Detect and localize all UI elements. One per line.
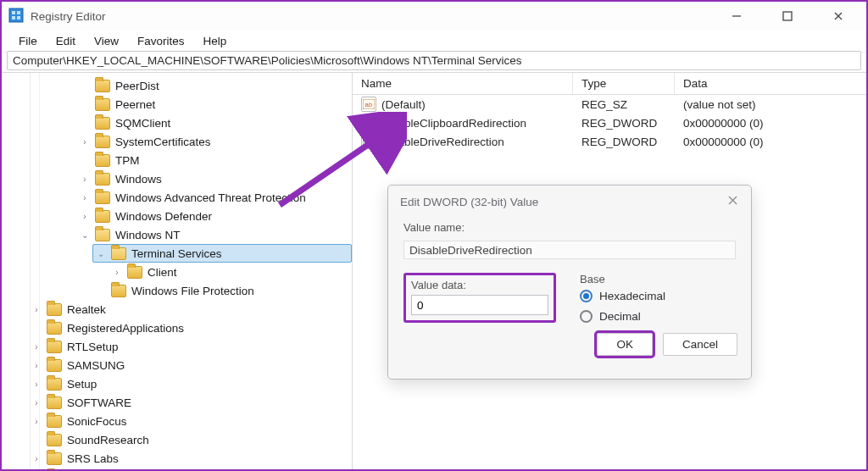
chevron-closed-icon: ›: [31, 416, 42, 426]
radio-off-icon: [580, 310, 593, 323]
tree-node-label: Windows Advanced Threat Protection: [115, 191, 306, 204]
tree-node-label: Realtek: [67, 303, 106, 316]
tree-node-srs-labs[interactable]: ›SRS Labs: [28, 449, 352, 468]
chevron-closed-icon: ›: [31, 341, 42, 352]
svg-text:ab: ab: [365, 101, 373, 108]
tree-node-registeredapplications[interactable]: RegisteredApplications: [28, 319, 352, 337]
tree-node-label: SAMSUNG: [67, 359, 125, 372]
minimize-button[interactable]: [721, 4, 753, 28]
tree-node-windows[interactable]: ›Windows: [76, 169, 352, 188]
chevron-closed-icon: ›: [80, 211, 90, 221]
folder-icon: [95, 154, 110, 167]
folder-icon: [95, 80, 110, 92]
value-type: REG_DWORD: [573, 132, 675, 151]
tree-node-windows-nt[interactable]: ⌄Windows NT: [76, 225, 352, 244]
tree-node-rtlsetup[interactable]: ›RTLSetup: [28, 337, 352, 356]
value-name-field: [403, 241, 736, 259]
value-data-input[interactable]: [411, 295, 548, 315]
folder-icon: [95, 117, 110, 130]
tree-node-peerdist[interactable]: PeerDist: [76, 76, 352, 95]
maximize-button[interactable]: [771, 4, 804, 28]
tree-node-software[interactable]: ›SOFTWARE: [28, 393, 352, 412]
tree-node-label: Peernet: [115, 98, 155, 111]
radio-hexadecimal[interactable]: Hexadecimal: [580, 285, 736, 306]
close-icon[interactable]: [726, 195, 739, 208]
chevron-closed-icon: ›: [80, 174, 90, 184]
tree-node-peernet[interactable]: Peernet: [76, 95, 352, 114]
string-value-icon: ab: [361, 97, 376, 112]
svg-rect-0: [9, 8, 23, 22]
base-label: Base: [580, 273, 605, 285]
tree-node-label: SonicFocus: [67, 415, 127, 428]
tree-node-label: SoundResearch: [67, 434, 149, 446]
folder-icon: [47, 378, 62, 391]
folder-icon: [127, 266, 142, 279]
chevron-closed-icon: ›: [31, 453, 42, 463]
cancel-button[interactable]: Cancel: [663, 333, 737, 356]
address-input[interactable]: [7, 51, 861, 70]
col-type[interactable]: Type: [573, 73, 675, 94]
list-pane[interactable]: Name Type Data ab(Default)REG_SZ(value n…: [353, 73, 866, 469]
value-data: (value not set): [675, 95, 866, 114]
tree-node-windows-file-protection[interactable]: Windows File Protection: [92, 281, 352, 300]
chevron-closed-icon: ›: [80, 136, 90, 147]
app-icon: [8, 8, 24, 25]
tree-node-client[interactable]: ›Client: [108, 263, 352, 281]
ok-button[interactable]: OK: [597, 333, 653, 356]
tree-node-label: RegisteredApplications: [67, 322, 184, 335]
menu-help[interactable]: Help: [195, 31, 236, 51]
folder-icon: [47, 434, 62, 446]
chevron-open-icon: ⌄: [80, 230, 90, 240]
folder-icon: [47, 322, 62, 335]
window-title: Registry Editor: [31, 10, 714, 23]
chevron-closed-icon: ›: [31, 304, 42, 314]
tree-node-windows-advanced-threat-protection[interactable]: ›Windows Advanced Threat Protection: [76, 188, 352, 207]
folder-icon: [95, 210, 110, 223]
value-name-label: Value name:: [403, 221, 736, 234]
folder-icon: [47, 341, 62, 353]
tree-node-tpm[interactable]: TPM: [76, 151, 352, 169]
tree-node-sonicfocus[interactable]: ›SonicFocus: [28, 412, 352, 430]
folder-icon: [95, 173, 110, 186]
tree-node-realtek[interactable]: ›Realtek: [28, 300, 352, 319]
folder-icon: [47, 303, 62, 316]
tree-node-setup[interactable]: ›Setup: [28, 374, 352, 393]
tree-node-label: TPM: [115, 154, 140, 167]
folder-icon: [95, 191, 110, 204]
value-row[interactable]: 011110DisableClipboardRedirectionREG_DWO…: [353, 114, 866, 132]
value-row[interactable]: 011110DisableDriveRedirectionREG_DWORD0x…: [353, 132, 866, 151]
tree-node-terminal-services[interactable]: ⌄Terminal Services: [92, 244, 352, 263]
radio-decimal[interactable]: Decimal: [580, 306, 736, 326]
tree-node-soundresearch[interactable]: SoundResearch: [28, 430, 352, 449]
tree-node-systemcertificates[interactable]: ›SystemCertificates: [76, 132, 352, 151]
tree-pane[interactable]: PeerDistPeernetSQMClient›SystemCertifica…: [2, 73, 353, 469]
tree-node-sqmclient[interactable]: SQMClient: [76, 114, 352, 132]
svg-text:110: 110: [364, 141, 372, 147]
dword-value-icon: 011110: [361, 115, 376, 130]
folder-icon: [47, 452, 62, 465]
radio-on-icon: [580, 290, 593, 302]
tree-node-samsung[interactable]: ›SAMSUNG: [28, 356, 352, 374]
menu-view[interactable]: View: [86, 31, 127, 51]
col-name[interactable]: Name: [353, 73, 573, 94]
menu-file[interactable]: File: [10, 31, 46, 51]
value-row[interactable]: ab(Default)REG_SZ(value not set): [353, 95, 866, 114]
menu-favorites[interactable]: Favorites: [129, 31, 193, 51]
tree-node-synaptics[interactable]: ›Synaptics: [28, 468, 352, 469]
tree-node-label: RTLSetup: [67, 341, 119, 353]
close-button[interactable]: [822, 4, 854, 28]
tree-node-label: SOFTWARE: [67, 396, 131, 409]
col-data[interactable]: Data: [675, 73, 866, 94]
tree-node-label: Windows: [115, 173, 162, 186]
tree-node-label: Windows Defender: [115, 210, 212, 223]
tree-node-label: Setup: [67, 378, 97, 391]
address-bar: [2, 53, 866, 73]
menu-edit[interactable]: Edit: [47, 31, 84, 51]
svg-text:110: 110: [364, 123, 372, 128]
tree-node-windows-defender[interactable]: ›Windows Defender: [76, 207, 352, 225]
menu-bar: File Edit View Favorites Help: [2, 30, 866, 53]
folder-icon: [47, 359, 62, 372]
folder-icon: [47, 396, 62, 409]
folder-icon: [47, 415, 62, 428]
svg-rect-1: [12, 11, 15, 14]
